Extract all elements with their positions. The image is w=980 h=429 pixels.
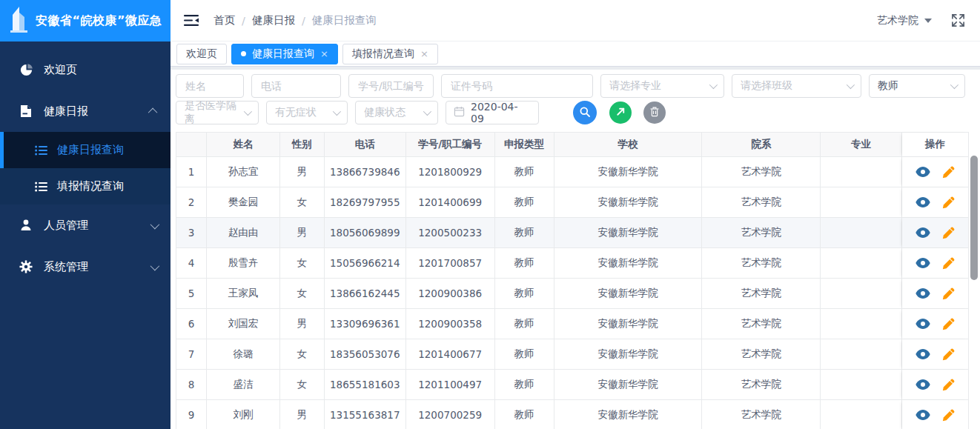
person-type-select-value: 教师 <box>878 79 898 93</box>
row-index-cell: 7 <box>176 339 207 370</box>
tab-welcome[interactable]: 欢迎页 <box>176 44 227 64</box>
column-header-type: 申报类型 <box>495 133 554 157</box>
gender-cell: 女 <box>280 187 325 218</box>
tab-label: 健康日报查询 <box>252 47 314 61</box>
breadcrumb-separator: / <box>302 15 305 27</box>
view-icon[interactable] <box>916 227 930 238</box>
edit-icon[interactable] <box>942 287 955 300</box>
tab-label: 填报情况查询 <box>352 47 414 61</box>
search-button[interactable] <box>573 101 597 124</box>
sidebar: 安徽省“皖校康”微应急 欢迎页 健康日报 健康日报查询 <box>0 0 170 429</box>
sidebar-collapse-icon[interactable] <box>184 14 199 27</box>
tab-health-daily-query[interactable]: 健康日报查询 × <box>231 44 338 64</box>
view-icon[interactable] <box>916 258 930 268</box>
table-body: 1 孙志宜 男 13866739846 1201800929 教师 安徽新华学院… <box>176 157 969 429</box>
breadcrumb: 首页 / 健康日报 / 健康日报查询 <box>213 13 377 27</box>
view-icon[interactable] <box>916 379 930 390</box>
symptom-select[interactable]: 有无症状 <box>266 101 348 124</box>
breadcrumb-health-daily[interactable]: 健康日报 <box>252 13 295 27</box>
isolation-select[interactable]: 是否医学隔离 <box>176 101 259 124</box>
school-cell: 安徽新华学院 <box>554 248 703 279</box>
close-icon[interactable]: × <box>420 49 428 59</box>
edit-icon[interactable] <box>942 379 955 391</box>
phone-cell: 18356053076 <box>325 339 406 370</box>
sidebar-item-report-status-query[interactable]: 填报情况查询 <box>0 168 170 204</box>
edit-icon[interactable] <box>942 409 955 422</box>
row-index-cell: 5 <box>176 279 207 309</box>
table-row: 9 刘刚 男 13155163817 1200700259 教师 安徽新华学院 … <box>176 400 969 429</box>
delete-button[interactable] <box>643 102 666 124</box>
column-header-department: 院系 <box>702 133 821 157</box>
column-header-phone: 电话 <box>325 133 406 157</box>
chevron-down-icon <box>709 81 718 89</box>
department-cell: 艺术学院 <box>702 370 821 400</box>
department-cell: 艺术学院 <box>702 248 821 279</box>
view-icon[interactable] <box>916 349 930 359</box>
table-row: 5 王家凤 女 13866162445 1200900386 教师 安徽新华学院… <box>176 279 969 309</box>
view-icon[interactable] <box>916 197 930 207</box>
name-cell: 王家凤 <box>207 279 280 309</box>
type-cell: 教师 <box>495 279 554 309</box>
row-index-cell: 3 <box>176 218 207 248</box>
edit-icon[interactable] <box>942 166 955 179</box>
school-cell: 安徽新华学院 <box>554 218 703 248</box>
scrollbar-thumb[interactable] <box>970 156 978 280</box>
active-dot-icon <box>241 51 246 56</box>
topbar-right: 艺术学院 <box>877 13 965 27</box>
staff-id-cell: 1201100497 <box>406 370 495 400</box>
sidebar-item-health-daily[interactable]: 健康日报 <box>0 90 170 132</box>
class-select[interactable]: 请选择班级 <box>732 74 861 98</box>
view-icon[interactable] <box>916 288 930 299</box>
department-cell: 艺术学院 <box>702 279 821 309</box>
type-cell: 教师 <box>495 248 554 279</box>
edit-icon[interactable] <box>942 227 955 239</box>
major-select[interactable]: 请选择专业 <box>600 74 724 98</box>
breadcrumb-home[interactable]: 首页 <box>213 13 235 27</box>
calendar-icon <box>454 106 465 119</box>
staff-id-input[interactable] <box>348 74 434 98</box>
column-header <box>176 133 207 157</box>
type-cell: 教师 <box>495 370 554 400</box>
staff-id-cell: 1200900358 <box>406 309 495 339</box>
major-cell <box>821 339 902 370</box>
type-cell: 教师 <box>495 218 554 248</box>
edit-icon[interactable] <box>942 196 955 209</box>
major-select-placeholder: 请选择专业 <box>609 79 661 93</box>
tab-report-status-query[interactable]: 填报情况查询 × <box>342 44 438 64</box>
row-actions-cell <box>902 309 969 339</box>
fullscreen-icon[interactable] <box>951 13 965 27</box>
id-card-input[interactable] <box>441 74 593 98</box>
gender-cell: 女 <box>280 279 325 309</box>
sidebar-item-label: 系统管理 <box>44 260 88 274</box>
view-icon[interactable] <box>916 410 930 420</box>
close-icon[interactable]: × <box>320 49 328 59</box>
edit-icon[interactable] <box>942 257 955 270</box>
department-cell: 艺术学院 <box>702 187 821 218</box>
edit-icon[interactable] <box>942 348 955 361</box>
sidebar-item-welcome[interactable]: 欢迎页 <box>0 49 170 90</box>
name-input[interactable] <box>176 74 244 98</box>
phone-input[interactable] <box>251 74 341 98</box>
staff-id-cell: 1201800929 <box>406 157 495 187</box>
table-row: 4 殷雪卉 女 15056966214 1201700857 教师 安徽新华学院… <box>176 248 969 279</box>
sidebar-item-personnel[interactable]: 人员管理 <box>0 204 170 246</box>
view-icon[interactable] <box>916 319 930 329</box>
department-cell: 艺术学院 <box>702 339 821 370</box>
org-selector[interactable]: 艺术学院 <box>877 14 932 27</box>
view-icon[interactable] <box>916 167 930 177</box>
document-icon <box>18 104 34 118</box>
school-cell: 安徽新华学院 <box>554 157 703 187</box>
phone-cell: 18655181603 <box>325 370 406 400</box>
school-cell: 安徽新华学院 <box>554 309 703 339</box>
health-status-select[interactable]: 健康状态 <box>355 101 438 124</box>
edit-icon[interactable] <box>942 318 955 330</box>
phone-cell: 18269797955 <box>325 187 406 218</box>
sidebar-item-health-daily-query[interactable]: 健康日报查询 <box>0 132 170 168</box>
phone-cell: 15056966214 <box>325 248 406 279</box>
person-type-select[interactable]: 教师 <box>869 74 965 98</box>
export-button[interactable] <box>609 102 632 124</box>
list-icon <box>35 145 48 156</box>
date-picker[interactable]: 2020-04-09 <box>446 101 539 124</box>
sidebar-item-system[interactable]: 系统管理 <box>0 246 170 287</box>
chevron-down-icon <box>244 107 252 116</box>
